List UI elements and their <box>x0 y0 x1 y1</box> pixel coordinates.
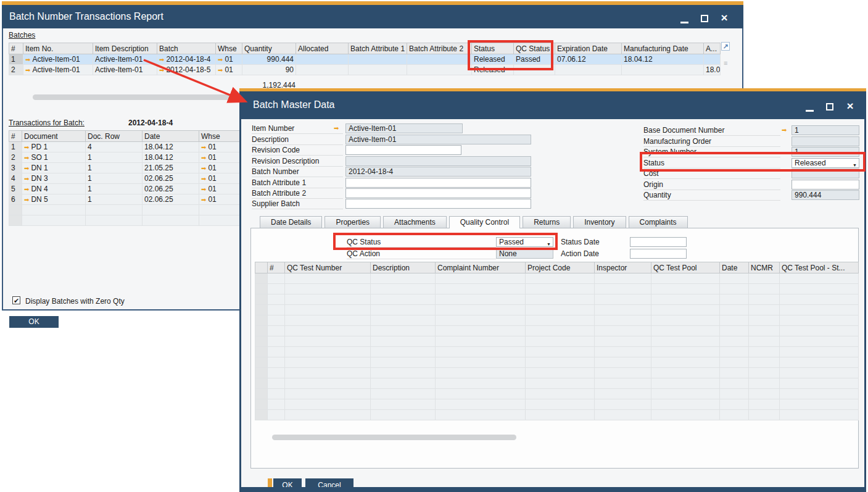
column-header[interactable]: QC Test Pool <box>651 262 720 273</box>
column-header[interactable]: Status <box>472 43 514 54</box>
table-row[interactable]: 2 ➡SO 1 1 18.04.12 ➡01 <box>9 152 241 163</box>
table-row[interactable]: 6 ➡DN 5 1 02.06.25 ➡01 <box>9 194 241 205</box>
column-header[interactable]: Whse <box>216 43 242 54</box>
close-button[interactable]: × <box>845 101 856 111</box>
qc-empty-row[interactable] <box>255 284 859 294</box>
link-arrow-icon[interactable]: ➡ <box>218 56 223 63</box>
qc-empty-row[interactable] <box>255 389 859 399</box>
revision-code-field[interactable] <box>345 145 461 155</box>
close-button[interactable]: × <box>719 13 730 23</box>
empty-row[interactable] <box>9 205 241 215</box>
column-header[interactable]: Batch Attribute 1 <box>349 43 407 54</box>
column-header[interactable]: Date <box>720 262 749 273</box>
zero-qty-checkbox[interactable]: ✔ <box>12 296 20 304</box>
qc-empty-row[interactable] <box>255 273 859 284</box>
column-header[interactable]: Date <box>143 131 199 142</box>
link-arrow-icon[interactable]: ➡ <box>201 144 206 151</box>
column-header[interactable]: Quantity <box>242 43 296 54</box>
column-header[interactable]: QC Status <box>514 43 555 54</box>
qc-empty-row[interactable] <box>255 410 859 420</box>
status-dropdown[interactable]: Released ▼ <box>792 158 859 168</box>
column-header[interactable]: Complaint Number <box>436 262 526 273</box>
link-arrow-icon[interactable]: ➡ <box>201 154 206 161</box>
column-header[interactable]: Doc. Row <box>86 131 143 142</box>
qc-status-dropdown[interactable]: Passed ▼ <box>496 237 553 247</box>
table-row[interactable]: 1 ➡PD 1 4 18.04.12 ➡01 <box>9 142 241 152</box>
column-header[interactable]: Document <box>22 131 86 142</box>
tab-date-details[interactable]: Date Details <box>260 216 322 228</box>
minimize-button[interactable] <box>804 103 816 113</box>
qc-empty-row[interactable] <box>255 399 859 410</box>
column-header[interactable]: Whse <box>199 131 241 142</box>
qc-empty-row[interactable] <box>255 368 859 378</box>
link-arrow-icon[interactable]: ➡ <box>201 165 206 172</box>
column-header[interactable]: # <box>9 131 22 142</box>
link-arrow-icon[interactable]: ➡ <box>24 186 29 193</box>
qc-empty-row[interactable] <box>255 305 859 315</box>
supplier-batch-field[interactable] <box>345 199 531 209</box>
link-arrow-icon[interactable]: ➡ <box>25 56 30 63</box>
link-arrow-icon[interactable]: ➡ <box>201 196 206 203</box>
column-header[interactable]: Project Code <box>526 262 595 273</box>
column-header[interactable]: Batch <box>157 43 216 54</box>
column-header[interactable]: Inspector <box>595 262 651 273</box>
column-header[interactable]: # <box>268 262 285 273</box>
link-arrow-icon[interactable]: ➡ <box>24 144 29 151</box>
header-row: # Document Doc. Row Date Whse <box>9 131 241 142</box>
link-arrow-icon[interactable]: ➡ <box>782 127 787 133</box>
qc-empty-row[interactable] <box>255 378 859 389</box>
qc-empty-row[interactable] <box>255 336 859 347</box>
status-date-input[interactable] <box>630 237 687 247</box>
link-arrow-icon[interactable]: ➡ <box>159 67 164 73</box>
qc-empty-row[interactable] <box>255 357 859 368</box>
column-header[interactable]: Expiration Date <box>555 43 622 54</box>
column-header[interactable]: Batch Attribute 2 <box>407 43 472 54</box>
link-arrow-icon[interactable]: ➡ <box>24 165 29 172</box>
minimize-button[interactable] <box>679 15 690 25</box>
link-arrow-icon[interactable]: ➡ <box>24 154 29 161</box>
expand-grid-icon[interactable]: ↗ <box>721 42 730 51</box>
column-header[interactable]: QC Test Number <box>285 262 371 273</box>
link-arrow-icon[interactable]: ➡ <box>201 175 206 182</box>
column-header[interactable]: Allocated <box>296 43 349 54</box>
qc-empty-row[interactable] <box>255 326 859 336</box>
qc-empty-row[interactable] <box>255 315 859 326</box>
ok-button[interactable]: OK <box>9 316 59 328</box>
column-header[interactable]: Item No. <box>23 43 93 54</box>
action-date-input[interactable] <box>630 249 687 259</box>
tab-inventory[interactable]: Inventory <box>573 216 626 228</box>
table-row[interactable]: 4 ➡DN 3 1 02.06.25 ➡01 <box>9 173 241 184</box>
qc-empty-row[interactable] <box>255 294 859 305</box>
link-arrow-icon[interactable]: ➡ <box>201 186 206 193</box>
column-header[interactable]: QC Test Pool - St... <box>780 262 859 273</box>
link-arrow-icon[interactable]: ➡ <box>24 196 29 203</box>
link-arrow-icon[interactable]: ➡ <box>24 175 29 182</box>
link-arrow-icon[interactable]: ➡ <box>334 125 339 131</box>
column-header[interactable]: Item Description <box>93 43 157 54</box>
maximize-button[interactable] <box>825 102 836 112</box>
table-row[interactable]: 3 ➡DN 1 1 21.05.25 ➡01 <box>9 163 241 173</box>
table-row[interactable]: 5 ➡DN 4 1 02.06.25 ➡01 <box>9 184 241 194</box>
maximize-button[interactable] <box>700 14 711 23</box>
tab-complaints[interactable]: Complaints <box>629 216 688 228</box>
column-header[interactable]: A... <box>704 43 721 54</box>
link-arrow-icon[interactable]: ➡ <box>218 67 223 73</box>
tab-attachments[interactable]: Attachments <box>383 216 447 228</box>
column-header[interactable]: Description <box>371 262 436 273</box>
batch-attribute-2-field[interactable] <box>345 188 531 198</box>
empty-row[interactable] <box>9 215 241 226</box>
column-header[interactable]: Manufacturing Date <box>622 43 704 54</box>
horizontal-scrollbar[interactable] <box>272 435 516 440</box>
table-row[interactable]: 2 ➡Active-Item-01 Active-Item-01 ➡2012-0… <box>9 65 721 75</box>
batch-attribute-1-field[interactable] <box>345 178 531 188</box>
link-arrow-icon[interactable]: ➡ <box>159 56 164 63</box>
tab-quality-control[interactable]: Quality Control <box>449 216 520 228</box>
link-arrow-icon[interactable]: ➡ <box>25 67 30 73</box>
column-header[interactable]: # <box>9 43 23 54</box>
qc-empty-row[interactable] <box>255 347 859 357</box>
tab-properties[interactable]: Properties <box>324 216 381 228</box>
column-header[interactable]: NCMR <box>749 262 780 273</box>
table-row[interactable]: 1 ➡Active-Item-01 Active-Item-01 ➡2012-0… <box>9 54 721 65</box>
tab-returns[interactable]: Returns <box>523 216 571 228</box>
origin-field[interactable] <box>792 180 859 190</box>
